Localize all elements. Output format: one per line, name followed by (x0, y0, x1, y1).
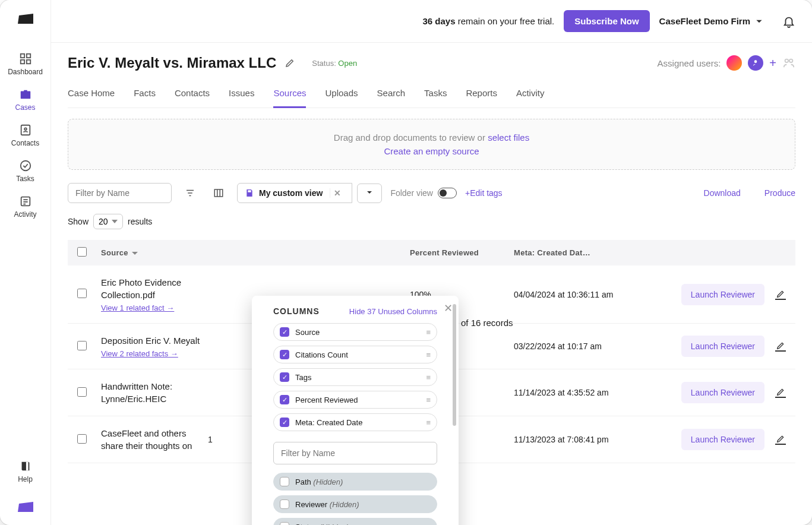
drag-handle-icon[interactable]: ≡ (426, 328, 431, 337)
hide-unused-link[interactable]: Hide 37 Unused Columns (349, 307, 437, 316)
folder-view-toggle[interactable]: Folder view (390, 188, 457, 198)
scrollbar[interactable] (453, 304, 456, 426)
column-option[interactable]: Citations Count≡ (273, 346, 437, 363)
tab-facts[interactable]: Facts (134, 83, 156, 108)
chevron-down-icon (366, 189, 373, 196)
show-results: Show 20 results (68, 214, 795, 229)
tab-uploads[interactable]: Uploads (325, 83, 358, 108)
bell-icon[interactable] (782, 15, 795, 28)
edit-icon[interactable] (775, 289, 786, 300)
drag-handle-icon[interactable]: ≡ (426, 373, 431, 382)
tab-reports[interactable]: Reports (466, 83, 497, 108)
subscribe-button[interactable]: Subscribe Now (564, 10, 649, 32)
source-name: Handwritten Note: Lynne/Eric.HEIC (101, 380, 208, 405)
nav-cases[interactable]: Cases (0, 82, 50, 118)
nav-contacts[interactable]: Contacts (0, 118, 50, 153)
nav-label: Dashboard (8, 68, 43, 76)
checkbox-icon[interactable] (280, 372, 289, 382)
tab-contacts[interactable]: Contacts (175, 83, 210, 108)
create-empty-source-link[interactable]: Create an empty source (384, 146, 479, 156)
dropzone[interactable]: Drag and drop documents to review or sel… (68, 119, 795, 170)
select-all-checkbox[interactable] (77, 247, 87, 257)
filter-name-input[interactable] (68, 183, 172, 203)
page-size-select[interactable]: 20 (93, 214, 123, 229)
custom-view-button[interactable]: My custom view ✕ (237, 183, 352, 203)
drag-handle-icon[interactable]: ≡ (426, 396, 431, 404)
edit-icon[interactable] (285, 58, 295, 68)
table-header: Source Percent Reviewed Meta: Created Da… (68, 240, 795, 265)
related-facts-link[interactable]: View 2 related facts → (101, 349, 178, 358)
close-icon[interactable]: ✕ (444, 302, 453, 315)
view-dropdown-button[interactable] (357, 184, 382, 203)
checkbox-icon[interactable] (280, 418, 289, 427)
columns-popover: ✕ COLUMNS Hide 37 Unused Columns Source≡… (252, 296, 459, 525)
created-date: 11/14/2023 at 4:35:52 am (514, 388, 643, 397)
col-date[interactable]: Meta: Created Dat… (514, 248, 643, 257)
col-percent[interactable]: Percent Reviewed (410, 248, 514, 257)
toggle-switch[interactable] (438, 188, 457, 198)
svg-point-6 (20, 161, 30, 171)
launch-reviewer-button[interactable]: Launch Reviewer (681, 429, 764, 450)
row-checkbox[interactable] (77, 341, 87, 350)
drag-handle-icon[interactable]: ≡ (426, 350, 431, 359)
launch-reviewer-button[interactable]: Launch Reviewer (681, 336, 764, 357)
nav-tasks[interactable]: Tasks (0, 153, 50, 189)
row-checkbox[interactable] (77, 387, 87, 397)
column-option[interactable]: Tags≡ (273, 368, 437, 386)
nav-help[interactable]: Help (0, 454, 50, 489)
add-user-button[interactable] (748, 55, 763, 71)
row-checkbox[interactable] (77, 434, 87, 444)
launch-reviewer-button[interactable]: Launch Reviewer (681, 382, 764, 403)
tab-activity[interactable]: Activity (516, 83, 545, 108)
related-facts-link[interactable]: View 1 related fact → (101, 303, 174, 312)
column-filter-input[interactable] (273, 442, 437, 464)
tab-search[interactable]: Search (377, 83, 406, 108)
clear-view-icon[interactable]: ✕ (330, 188, 345, 198)
nav-activity[interactable]: Activity (0, 189, 50, 224)
edit-icon[interactable] (775, 387, 786, 398)
popover-title: COLUMNS (273, 306, 320, 316)
edit-tags-link[interactable]: +Edit tags (465, 188, 503, 198)
columns-icon[interactable] (208, 183, 229, 203)
firm-dropdown[interactable]: CaseFleet Demo Firm (659, 16, 763, 26)
drag-handle-icon[interactable]: ≡ (426, 418, 431, 427)
edit-icon[interactable] (775, 434, 786, 445)
column-option-hidden[interactable]: Status (Hidden) (273, 518, 437, 525)
tab-issues[interactable]: Issues (229, 83, 254, 108)
tab-tasks[interactable]: Tasks (424, 83, 447, 108)
checkbox-icon[interactable] (280, 477, 289, 486)
tab-case-home[interactable]: Case Home (68, 83, 115, 108)
produce-link[interactable]: Produce (764, 188, 795, 198)
checkbox-icon[interactable] (280, 522, 289, 525)
nav-dashboard[interactable]: Dashboard (0, 46, 50, 82)
row-checkbox[interactable] (77, 289, 87, 298)
save-icon (245, 188, 254, 198)
column-option[interactable]: Source≡ (273, 323, 437, 341)
tab-sources[interactable]: Sources (273, 83, 306, 108)
svg-point-12 (785, 59, 789, 63)
checkbox-icon[interactable] (280, 327, 289, 337)
column-option[interactable]: Percent Reviewed≡ (273, 391, 437, 409)
avatar[interactable] (726, 55, 742, 71)
edit-icon[interactable] (775, 341, 786, 352)
column-option-hidden[interactable]: Reviewer (Hidden) (273, 495, 437, 513)
svg-rect-17 (214, 189, 223, 197)
people-icon[interactable] (782, 56, 795, 69)
svg-rect-1 (26, 54, 30, 58)
col-source[interactable]: Source (101, 248, 208, 257)
created-date: 03/22/2024 at 10:17 am (514, 341, 643, 351)
checkbox-icon[interactable] (280, 395, 289, 404)
column-option[interactable]: Meta: Created Date≡ (273, 413, 437, 431)
checkbox-icon[interactable] (280, 350, 289, 359)
created-date: 11/13/2023 at 7:08:41 pm (514, 435, 643, 444)
sort-icon[interactable] (180, 183, 200, 203)
checkbox-icon[interactable] (280, 499, 289, 509)
column-option-hidden[interactable]: Path (Hidden) (273, 473, 437, 491)
select-files-link[interactable]: select files (488, 132, 529, 143)
launch-reviewer-button[interactable]: Launch Reviewer (681, 284, 764, 305)
plus-icon[interactable]: + (769, 56, 776, 70)
download-link[interactable]: Download (704, 188, 741, 198)
contact-icon (19, 124, 32, 137)
list-icon (19, 195, 32, 208)
nav-label: Tasks (16, 175, 34, 183)
